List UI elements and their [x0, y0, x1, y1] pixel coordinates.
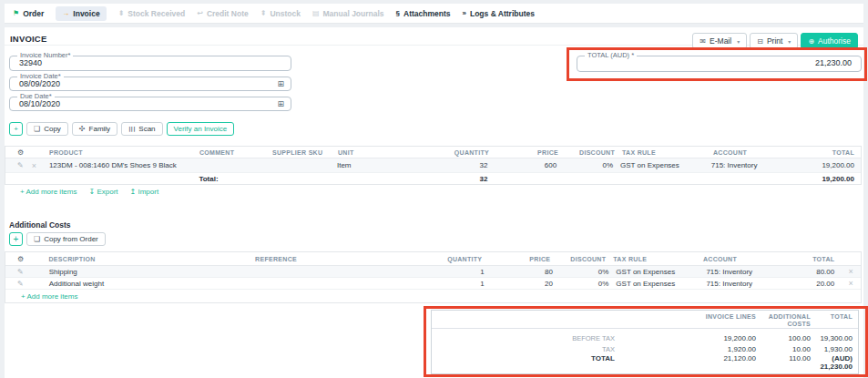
account-cell: 715: Inventory — [704, 161, 822, 169]
authorise-button[interactable]: ⊕ Authorise — [801, 33, 858, 49]
verify-invoice-button[interactable]: Verify an Invoice — [167, 122, 235, 136]
copy-button[interactable]: ❏ Copy — [26, 122, 68, 136]
add-line-button[interactable]: + — [9, 122, 23, 136]
discount-cell: 0% — [557, 161, 613, 169]
table-row[interactable]: ✎ × 123DM - 008:1460 DM's Shoes 9 Black … — [5, 158, 861, 173]
col-invoice-lines: INVOICE LINES — [622, 313, 763, 321]
copy-icon: ❏ — [34, 235, 40, 243]
verify-invoice-button-label: Verify an Invoice — [174, 125, 228, 133]
tab-manual-journals: ▤ Manual Journals — [312, 9, 384, 18]
export-link-label: Export — [97, 188, 117, 196]
col-product: PRODUCT — [49, 149, 199, 156]
tab-stock-received-label: Stock Received — [128, 9, 185, 18]
tab-invoice[interactable]: → Invoice — [56, 6, 106, 21]
col-tax-rule: TAX RULE — [615, 149, 706, 156]
order-icon: ⚑ — [13, 9, 19, 17]
tab-invoice-label: Invoice — [73, 9, 99, 18]
invoice-panel: INVOICE ✉ E-Mail ▾ ⊟ Print ▾ ⊕ Authorise… — [5, 27, 863, 378]
invoice-number-field[interactable]: Invoice Number* 32940 — [9, 56, 291, 71]
col-supplier-sku: SUPPLIER SKU — [272, 149, 338, 156]
chevron-down-icon: ▾ — [788, 38, 791, 45]
tab-order-label: Order — [23, 9, 44, 18]
items-links: + Add more items ↧ Export ↥ Import — [20, 188, 158, 196]
col-description: DESCRIPTION — [48, 256, 255, 262]
family-icon: ✣ — [79, 125, 86, 133]
gear-icon[interactable]: ⚙ — [17, 255, 24, 263]
quantity-cell: 32 — [437, 161, 488, 169]
add-more-costs-link[interactable]: + Add more items — [21, 292, 77, 301]
print-icon: ⊟ — [757, 37, 763, 46]
import-link[interactable]: ↥ Import — [130, 188, 159, 196]
total-aud-field[interactable]: TOTAL (AUD) * 21,230.00 — [577, 56, 862, 72]
additional-costs-table: ⚙ DESCRIPTION REFERENCE QUANTITY PRICE D… — [5, 251, 862, 303]
summary-header-row: INVOICE LINES ADDITIONAL COSTS TOTAL — [432, 311, 858, 329]
delete-icon[interactable]: × — [841, 267, 861, 276]
manual-journals-icon: ▤ — [312, 9, 320, 17]
tab-credit-note-label: Credit Note — [207, 9, 249, 18]
edit-icon[interactable]: ✎ — [17, 161, 24, 169]
description-cell: Shipping — [49, 268, 257, 276]
due-date-field[interactable]: Due Date* 08/10/2020 ⊞ — [9, 97, 291, 111]
print-button[interactable]: ⊟ Print ▾ — [750, 33, 798, 49]
family-button[interactable]: ✣ Family — [72, 122, 117, 136]
col-summary-total: TOTAL — [814, 313, 858, 321]
invoice-number-label: Invoice Number* — [17, 51, 73, 59]
envelope-icon: ✉ — [700, 37, 706, 46]
col-price: PRICE — [482, 256, 550, 262]
costs-header-row: ⚙ DESCRIPTION REFERENCE QUANTITY PRICE D… — [5, 252, 861, 266]
before-tax-label: BEFORE TAX — [432, 334, 622, 342]
scan-button-label: Scan — [138, 125, 155, 133]
email-button[interactable]: ✉ E-Mail ▾ — [692, 33, 747, 49]
edit-icon[interactable]: ✎ — [17, 280, 24, 288]
before-tax-total: 19,300.00 — [814, 334, 858, 342]
table-row[interactable]: ✎ Additional weight 1 20 0% GST on Expen… — [5, 278, 861, 290]
tab-order[interactable]: ⚑ Order — [13, 9, 44, 18]
quantity-cell: 1 — [434, 268, 484, 276]
add-cost-button[interactable]: + — [9, 232, 23, 246]
edit-icon[interactable]: ✎ — [17, 268, 24, 276]
copy-from-order-button[interactable]: ❏ Copy from Order — [26, 232, 106, 246]
email-button-label: E-Mail — [710, 36, 731, 46]
export-link[interactable]: ↧ Export — [88, 188, 117, 196]
process-tab-bar: ⚑ Order → Invoice ⇟ Stock Received ↩ Cre… — [5, 4, 863, 24]
import-link-label: Import — [138, 188, 158, 196]
copy-from-order-label: Copy from Order — [44, 235, 98, 243]
logs-attributes-icon: » — [463, 9, 466, 17]
scan-button[interactable]: ☰ Scan — [121, 122, 162, 136]
col-total: TOTAL — [824, 149, 861, 156]
tax-rule-cell: GST on Expenses — [608, 268, 699, 276]
gear-icon[interactable]: ⚙ — [17, 148, 24, 157]
invoice-date-field[interactable]: Invoice Date* 08/09/2020 ⊞ — [9, 77, 291, 91]
totals-summary-table: INVOICE LINES ADDITIONAL COSTS TOTAL BEF… — [431, 310, 859, 374]
invoice-toolbar: + ❏ Copy ✣ Family ☰ Scan Verify an Invoi… — [9, 122, 234, 136]
calendar-icon[interactable]: ⊞ — [277, 99, 284, 108]
items-total-row: Total: 32 19,200.00 — [5, 173, 861, 184]
tab-unstock-label: Unstock — [270, 9, 301, 18]
tab-attachments[interactable]: § Attachments — [396, 9, 451, 18]
col-tax-rule: TAX RULE — [606, 256, 696, 262]
tax-rule-cell: GST on Expenses — [608, 280, 699, 288]
total-aud-label: TOTAL (AUD) * — [585, 51, 637, 59]
tab-manual-journals-label: Manual Journals — [323, 9, 384, 18]
tax-rule-cell: GST on Expenses — [613, 161, 704, 169]
tab-stock-received: ⇟ Stock Received — [118, 9, 186, 18]
tax-total: 1,930.00 — [814, 345, 858, 353]
family-button-label: Family — [89, 125, 111, 133]
description-cell: Additional weight — [49, 280, 257, 288]
items-total-label: Total: — [199, 175, 271, 183]
grand-total-label: TOTAL — [432, 354, 622, 363]
due-date-label: Due Date* — [17, 92, 55, 100]
authorise-icon: ⊕ — [808, 37, 814, 46]
delete-icon[interactable]: × — [32, 161, 36, 170]
delete-icon[interactable]: × — [841, 279, 861, 288]
tax-row: TAX 1,920.00 10.00 1,930.00 — [432, 342, 858, 353]
col-reference: REFERENCE — [255, 256, 432, 262]
col-additional-costs: ADDITIONAL COSTS — [763, 313, 814, 327]
chevron-down-icon: ▾ — [737, 38, 740, 45]
table-row[interactable]: ✎ Shipping 1 80 0% GST on Expenses 715: … — [5, 266, 861, 278]
calendar-icon[interactable]: ⊞ — [277, 79, 284, 88]
tab-credit-note: ↩ Credit Note — [197, 9, 249, 18]
add-more-items-link[interactable]: + Add more items — [20, 188, 77, 196]
tab-logs-attributes[interactable]: » Logs & Attributes — [463, 9, 535, 18]
col-quantity: QUANTITY — [432, 256, 482, 262]
